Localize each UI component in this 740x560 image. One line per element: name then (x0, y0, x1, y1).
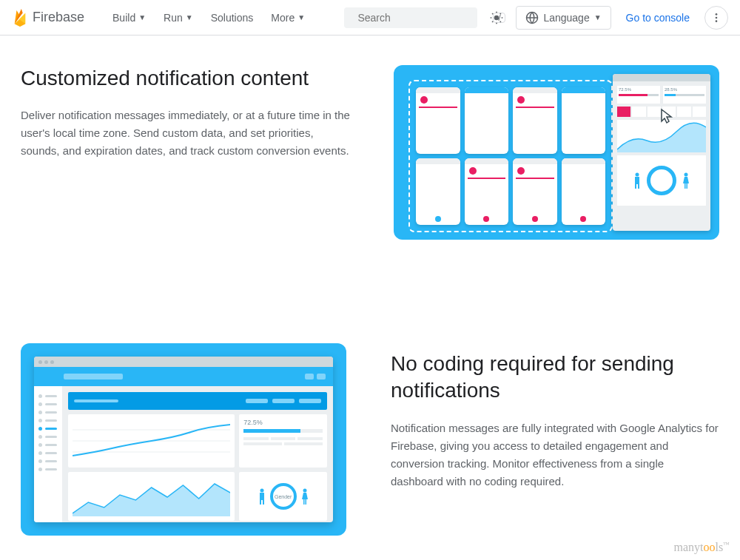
svg-rect-18 (263, 500, 264, 505)
chevron-down-icon: ▼ (138, 13, 146, 21)
phone-mockup (513, 158, 557, 225)
dashboard-panel: 72.5% 28.5% (613, 74, 710, 231)
feature-2-illustration: 72.5% (21, 343, 346, 536)
phone-mockup (562, 158, 606, 225)
feature-section-2: 72.5% (21, 343, 719, 536)
svg-rect-16 (260, 493, 264, 500)
search-box[interactable]: / (344, 7, 477, 28)
svg-rect-17 (260, 500, 261, 505)
phones-group (408, 80, 613, 232)
nav-build[interactable]: Build ▼ (105, 6, 153, 30)
chevron-down-icon: ▼ (594, 13, 602, 21)
console-header (34, 367, 333, 386)
selected-color-swatch (617, 107, 630, 117)
watermark: manytools™ (674, 541, 730, 554)
male-icon (258, 488, 266, 505)
bell-icon (469, 167, 477, 175)
gender-panel: Gender (239, 472, 327, 521)
svg-rect-7 (635, 184, 636, 189)
svg-point-15 (260, 489, 263, 493)
stat-a: 72.5% (617, 86, 660, 104)
svg-rect-6 (635, 177, 639, 184)
phone-mockup (416, 87, 460, 154)
top-nav: Firebase Build ▼ Run ▼ Solutions More ▼ … (0, 0, 740, 36)
page-content: Customized notification content Deliver … (0, 36, 740, 536)
feature-section-1: Customized notification content Deliver … (21, 65, 719, 240)
nav-build-label: Build (112, 12, 135, 24)
female-icon (301, 488, 309, 505)
phone-mockup (465, 87, 509, 154)
svg-point-0 (494, 15, 500, 20)
phone-mockup (465, 158, 509, 225)
demographics-panel (617, 155, 706, 206)
bell-icon (517, 96, 525, 104)
gender-label: Gender (275, 494, 292, 499)
search-input[interactable] (357, 12, 487, 24)
console-main: 72.5% (62, 386, 333, 522)
nav-solutions-label: Solutions (211, 12, 254, 24)
svg-point-19 (303, 489, 306, 493)
phone-mockup (416, 158, 460, 225)
svg-point-9 (684, 173, 688, 177)
globe-icon (525, 11, 539, 24)
nav-solutions[interactable]: Solutions (204, 6, 261, 30)
sun-icon (489, 10, 504, 25)
svg-rect-10 (684, 183, 686, 189)
feature-1-text: Customized notification content Deliver … (21, 65, 364, 160)
nav-run[interactable]: Run ▼ (156, 6, 201, 30)
feature-2-description: Notification messages are fully integrat… (391, 419, 719, 490)
donut-chart: Gender (270, 483, 297, 510)
area-chart-panel (68, 472, 235, 521)
female-icon (682, 172, 690, 189)
firebase-flame-icon (12, 7, 28, 28)
nav-more-label: More (271, 12, 295, 24)
more-vert-icon (710, 12, 722, 24)
svg-rect-21 (305, 499, 306, 505)
percent-panel: 72.5% (239, 414, 327, 468)
language-selector[interactable]: Language ▼ (516, 6, 610, 30)
overflow-menu[interactable] (704, 6, 728, 30)
console-sidebar (34, 386, 62, 522)
chevron-down-icon: ▼ (186, 13, 193, 21)
chevron-down-icon: ▼ (297, 13, 305, 21)
phone-mockup (513, 87, 557, 154)
language-label: Language (543, 12, 589, 24)
svg-point-5 (636, 173, 639, 177)
feature-2-text: No coding required for sending notificat… (391, 343, 719, 490)
svg-point-3 (716, 16, 718, 18)
feature-2-title: No coding required for sending notificat… (391, 351, 719, 405)
svg-rect-20 (303, 499, 305, 505)
firebase-logo[interactable]: Firebase (12, 7, 84, 28)
phone-mockup (562, 87, 606, 154)
nav-more[interactable]: More ▼ (263, 6, 312, 30)
percent-label: 72.5% (243, 419, 323, 426)
bell-icon (420, 96, 428, 104)
sidebar-active-item (34, 425, 62, 433)
line-chart-panel (68, 414, 235, 468)
theme-toggle[interactable] (483, 4, 510, 31)
feature-1-illustration: 72.5% 28.5% (394, 65, 719, 240)
nav-run-label: Run (164, 12, 183, 24)
donut-chart (647, 166, 676, 195)
svg-rect-11 (687, 183, 688, 189)
bell-icon (517, 167, 525, 175)
stat-b: 28.5% (663, 86, 706, 104)
svg-rect-8 (638, 184, 639, 189)
feature-1-title: Customized notification content (21, 65, 364, 92)
primary-nav: Build ▼ Run ▼ Solutions More ▼ (105, 6, 312, 30)
cursor-icon (660, 108, 673, 124)
brand-name: Firebase (33, 10, 84, 25)
feature-1-description: Deliver notification messages immediatel… (21, 107, 354, 160)
go-to-console-link[interactable]: Go to console (617, 6, 699, 30)
panel-header (68, 392, 327, 410)
svg-point-2 (716, 13, 718, 16)
male-icon (633, 172, 641, 189)
svg-point-4 (716, 20, 718, 22)
browser-chrome (34, 357, 333, 367)
mini-line-chart (617, 120, 706, 152)
browser-mockup: 72.5% (34, 357, 333, 522)
